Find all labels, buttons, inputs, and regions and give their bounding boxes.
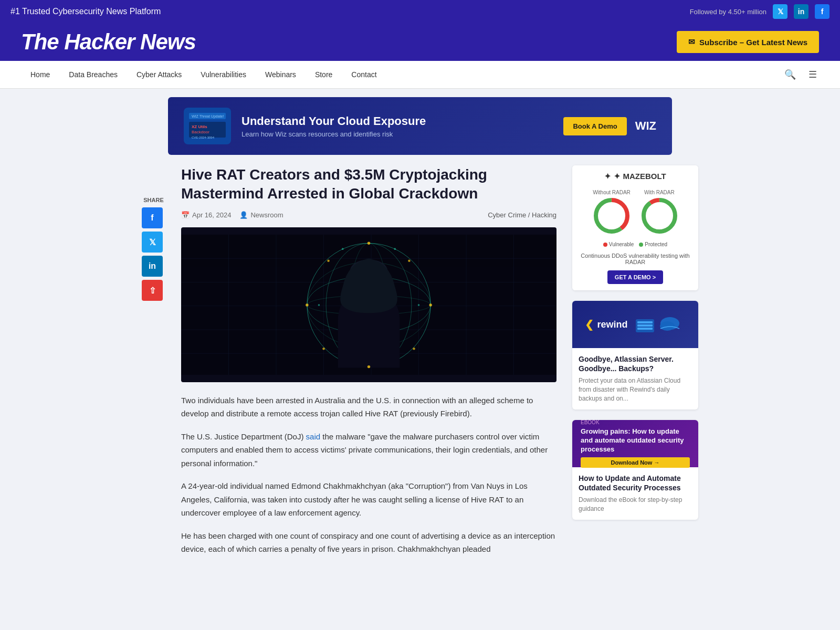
ebook-banner: EBOOK Growing pains: How to update and a…	[572, 420, 698, 467]
ebook-title: Growing pains: How to update and automat…	[581, 427, 690, 454]
book-demo-button[interactable]: Book A Demo	[563, 117, 626, 135]
share-label: SHARE	[142, 197, 165, 203]
svg-point-36	[394, 248, 396, 250]
article-paragraph-4: He has been charged with one count of co…	[181, 529, 556, 556]
legend-vulnerable: Vulnerable	[603, 242, 634, 247]
svg-point-32	[408, 259, 411, 262]
rewind-card-body: Goodbye, Atlassian Server. Goodbye... Ba…	[572, 348, 698, 410]
svg-point-50	[660, 321, 675, 331]
nav-icons: 🔍 ☰	[782, 67, 819, 82]
mazebolt-demo-button[interactable]: GET A DEMO >	[607, 270, 663, 284]
article-date-text: Apr 16, 2024	[192, 211, 231, 219]
banner-subtext: Learn how Wiz scans resources and identi…	[242, 130, 426, 138]
chart-with-radar: With RADAR	[641, 190, 678, 234]
subscribe-button[interactable]: ✉ Subscribe – Get Latest News	[677, 31, 819, 53]
main-content: SHARE f 𝕏 in ⇧ Hive RAT Creators and $3.…	[131, 165, 709, 565]
svg-text:Backdoor: Backdoor	[192, 130, 209, 134]
article-title: Hive RAT Creators and $3.5M Cryptojackin…	[181, 165, 556, 204]
top-bar: #1 Trusted Cybersecurity News Platform F…	[0, 0, 840, 23]
legend-protected: Protected	[639, 242, 667, 247]
protected-dot	[639, 243, 643, 247]
nav-home[interactable]: Home	[21, 61, 59, 88]
mazebolt-card: ✦ ✦ MAZEBOLT Without RADAR	[572, 165, 698, 290]
menu-icon[interactable]: ☰	[806, 67, 819, 82]
mazebolt-legend: Vulnerable Protected	[603, 242, 667, 247]
vulnerable-dot	[603, 243, 607, 247]
rewind-card[interactable]: ❮ rewind Goodbye, Atlassian Server. Good…	[572, 301, 698, 410]
article-date: 📅 Apr 16, 2024	[181, 211, 231, 219]
chart-with-label: With RADAR	[644, 190, 675, 195]
facebook-icon[interactable]: f	[815, 4, 830, 19]
ebook-card-desc: Download the eBook for step-by-step guid…	[579, 496, 692, 513]
article-area: Hive RAT Creators and $3.5M Cryptojackin…	[181, 165, 556, 565]
svg-rect-47	[637, 324, 653, 327]
protected-label: Protected	[645, 242, 667, 247]
header: The Hacker News ✉ Subscribe – Get Latest…	[0, 23, 840, 61]
banner-ad-icon: WIZ Threat Update! XZ Utils Backdoor CVE…	[184, 108, 231, 144]
nav-links: Home Data Breaches Cyber Attacks Vulnera…	[21, 61, 386, 88]
svg-point-29	[429, 303, 432, 306]
chart-without-radar: Without RADAR	[593, 190, 631, 234]
ebook-card[interactable]: EBOOK Growing pains: How to update and a…	[572, 420, 698, 520]
svg-text:XZ Utils: XZ Utils	[192, 124, 207, 129]
rewind-banner: ❮ rewind	[572, 301, 698, 348]
nav-store[interactable]: Store	[306, 61, 342, 88]
mazebolt-checkmark-icon: ✦	[604, 172, 611, 181]
share-twitter-button[interactable]: 𝕏	[142, 232, 163, 253]
svg-text:WIZ Threat Update!: WIZ Threat Update!	[192, 114, 224, 119]
right-sidebar: ✦ ✦ MAZEBOLT Without RADAR	[572, 165, 698, 565]
calendar-icon: 📅	[181, 211, 190, 219]
mazebolt-desc: Continuous DDoS vulnerability testing wi…	[579, 253, 692, 265]
nav-cyber-attacks[interactable]: Cyber Attacks	[127, 61, 191, 88]
article-paragraph-2: The U.S. Justice Department (DoJ) said t…	[181, 430, 556, 470]
top-bar-right: Followed by 4.50+ million 𝕏 in f	[690, 4, 830, 19]
search-icon[interactable]: 🔍	[782, 67, 798, 82]
svg-point-41	[600, 204, 623, 227]
rewind-brand: rewind	[597, 319, 627, 330]
ebook-download-button[interactable]: Download Now →	[581, 457, 690, 468]
mazebolt-charts: Without RADAR With RADAR	[593, 190, 678, 234]
svg-text:CVE-2024-3094: CVE-2024-3094	[192, 136, 215, 139]
vulnerable-label: Vulnerable	[609, 242, 634, 247]
share-facebook-button[interactable]: f	[142, 207, 163, 228]
ebook-card-title: How to Update and Automate Outdated Secu…	[579, 474, 692, 492]
article-body: Two individuals have been arrested in Au…	[181, 394, 556, 556]
mazebolt-logo: ✦ ✦ MAZEBOLT	[604, 172, 666, 181]
chart-without-label: Without RADAR	[593, 190, 631, 195]
share-general-button[interactable]: ⇧	[142, 280, 163, 301]
article-meta: 📅 Apr 16, 2024 👤 Newsroom Cyber Crime / …	[181, 211, 556, 219]
rewind-chevron-icon: ❮	[585, 318, 594, 331]
nav-webinars[interactable]: Webinars	[256, 61, 306, 88]
article-category[interactable]: Cyber Crime / Hacking	[488, 211, 556, 219]
svg-point-44	[648, 204, 671, 227]
svg-point-35	[342, 248, 344, 250]
navigation: Home Data Breaches Cyber Attacks Vulnera…	[0, 61, 840, 89]
nav-vulnerabilities[interactable]: Vulnerabilities	[191, 61, 256, 88]
nav-contact[interactable]: Contact	[342, 61, 386, 88]
share-linkedin-button[interactable]: in	[142, 256, 163, 277]
tagline: #1 Trusted Cybersecurity News Platform	[10, 7, 161, 16]
rewind-logo: ❮ rewind	[585, 318, 627, 331]
article-author: 👤 Newsroom	[239, 211, 283, 219]
svg-point-34	[413, 348, 415, 350]
nav-data-breaches[interactable]: Data Breaches	[59, 61, 127, 88]
ebook-card-body: How to Update and Automate Outdated Secu…	[572, 467, 698, 520]
linkedin-icon[interactable]: in	[794, 4, 808, 19]
article-author-text: Newsroom	[250, 211, 283, 219]
twitter-icon[interactable]: 𝕏	[773, 4, 788, 19]
author-icon: 👤	[239, 211, 248, 219]
mazebolt-banner: ✦ ✦ MAZEBOLT Without RADAR	[572, 165, 698, 290]
banner-ad[interactable]: WIZ Threat Update! XZ Utils Backdoor CVE…	[168, 97, 672, 155]
rewind-card-title: Goodbye, Atlassian Server. Goodbye... Ba…	[579, 354, 692, 373]
subscribe-label: Subscribe – Get Latest News	[699, 38, 807, 47]
svg-point-33	[322, 348, 325, 350]
said-link[interactable]: said	[306, 432, 321, 441]
article-hero-image	[181, 227, 556, 382]
svg-point-31	[327, 259, 330, 262]
banner-ad-text: Understand Your Cloud Exposure Learn how…	[242, 114, 426, 138]
site-title[interactable]: The Hacker News	[21, 29, 196, 55]
banner-ad-left: WIZ Threat Update! XZ Utils Backdoor CVE…	[184, 108, 426, 144]
wiz-brand: WIZ	[635, 119, 656, 133]
svg-point-38	[418, 304, 420, 306]
article-paragraph-1: Two individuals have been arrested in Au…	[181, 394, 556, 421]
